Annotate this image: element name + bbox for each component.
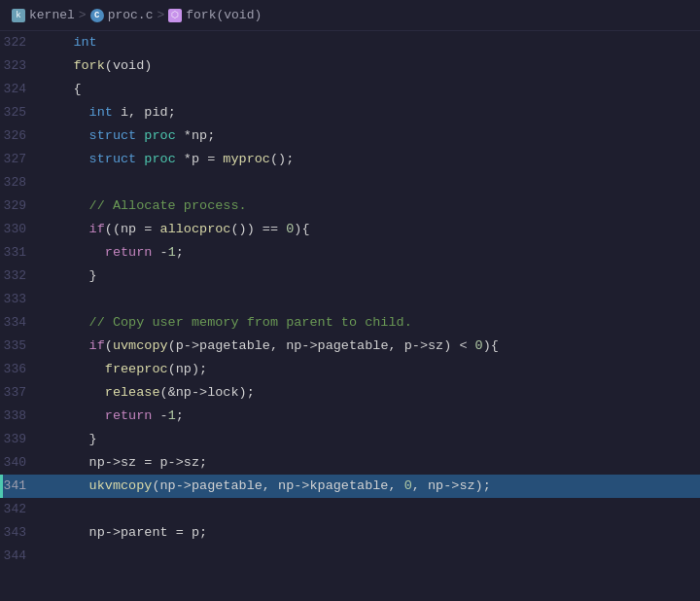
token xyxy=(42,198,89,213)
line-number: 338 xyxy=(3,405,42,428)
code-line-324: 324 { xyxy=(0,78,700,101)
token: - xyxy=(152,245,167,260)
token: - xyxy=(152,408,167,423)
token: } xyxy=(42,432,97,446)
token: (); xyxy=(270,152,294,166)
token xyxy=(42,478,89,493)
line-code: return -1; xyxy=(42,405,700,428)
line-code: np->parent = p; xyxy=(42,521,700,545)
token: myproc xyxy=(223,152,270,166)
line-code xyxy=(42,498,700,521)
code-line-340: 340 np->sz = p->sz; xyxy=(0,451,700,475)
c-language-icon: C xyxy=(90,9,104,22)
code-line-322: 322 int xyxy=(0,31,700,54)
breadcrumb-func[interactable]: ⬡ fork(void) xyxy=(168,8,262,22)
token: *np; xyxy=(176,128,216,143)
line-code: if(uvmcopy(p->pagetable, np->pagetable, … xyxy=(42,335,700,358)
token: ; xyxy=(176,408,184,423)
code-line-335: 335 if(uvmcopy(p->pagetable, np->pagetab… xyxy=(0,335,700,358)
token: int xyxy=(89,105,113,120)
token: ((np = xyxy=(105,222,160,236)
code-line-328: 328 xyxy=(0,171,700,194)
token xyxy=(42,455,89,470)
token: ukvmcopy xyxy=(89,478,153,493)
token: ( xyxy=(105,338,113,353)
token: allocproc xyxy=(160,222,231,236)
function-icon: ⬡ xyxy=(168,9,182,22)
line-code: struct proc *np; xyxy=(42,124,700,148)
token: // Copy user memory from parent to child… xyxy=(89,315,412,330)
code-line-334: 334 // Copy user memory from parent to c… xyxy=(0,311,700,335)
token: // Allocate process. xyxy=(89,198,247,213)
line-code xyxy=(42,171,700,194)
token: return xyxy=(105,408,153,423)
line-number: 335 xyxy=(3,335,42,358)
line-number: 337 xyxy=(3,381,42,405)
line-code: // Allocate process. xyxy=(42,194,700,218)
token: 1 xyxy=(168,245,176,260)
token: ){ xyxy=(483,338,499,353)
token: struct xyxy=(89,152,137,166)
token: if xyxy=(89,338,105,353)
breadcrumb-kernel[interactable]: k kernel xyxy=(12,8,75,22)
code-line-336: 336 freeproc(np); xyxy=(0,358,700,381)
token: proc xyxy=(144,152,175,166)
token: release xyxy=(105,385,160,400)
token: ; xyxy=(176,245,184,260)
token xyxy=(42,105,89,120)
line-code: { xyxy=(42,78,700,101)
token xyxy=(42,525,89,540)
breadcrumb: k kernel > C proc.c > ⬡ fork(void) xyxy=(0,0,700,31)
line-number: 325 xyxy=(3,101,42,124)
line-number: 330 xyxy=(3,218,42,241)
token: (&np->lock); xyxy=(160,385,255,400)
breadcrumb-sep-1: > xyxy=(79,8,87,22)
token: np->parent = p; xyxy=(89,525,208,540)
line-code: } xyxy=(42,265,700,288)
token: 0 xyxy=(404,478,412,493)
code-line-326: 326 struct proc *np; xyxy=(0,124,700,148)
token xyxy=(42,245,105,260)
breadcrumb-sep-2: > xyxy=(157,8,164,22)
line-number: 332 xyxy=(3,265,42,288)
token: 0 xyxy=(475,338,483,353)
token: 1 xyxy=(168,408,176,423)
line-number: 322 xyxy=(3,31,42,54)
token: struct xyxy=(89,128,137,143)
token: ){ xyxy=(294,222,309,236)
line-code: } xyxy=(42,428,700,451)
token xyxy=(42,385,105,400)
code-line-341: 341 ukvmcopy(np->pagetable, np->kpagetab… xyxy=(0,475,700,498)
line-number: 327 xyxy=(3,148,42,171)
line-number: 334 xyxy=(3,311,42,335)
line-number: 328 xyxy=(3,171,42,194)
code-line-330: 330 if((np = allocproc()) == 0){ xyxy=(0,218,700,241)
token xyxy=(42,338,89,353)
code-line-333: 333 xyxy=(0,288,700,311)
token: (p->pagetable, np->pagetable, p->sz) < xyxy=(168,338,475,353)
code-line-329: 329 // Allocate process. xyxy=(0,194,700,218)
token: (np); xyxy=(168,362,208,376)
token xyxy=(42,408,105,423)
code-line-342: 342 xyxy=(0,498,700,521)
code-line-343: 343 np->parent = p; xyxy=(0,521,700,545)
code-line-323: 323 fork(void) xyxy=(0,54,700,78)
token xyxy=(42,315,89,330)
token: freeproc xyxy=(105,362,168,376)
code-line-327: 327 struct proc *p = myproc(); xyxy=(0,148,700,171)
breadcrumb-kernel-label: kernel xyxy=(29,8,75,22)
kernel-folder-icon: k xyxy=(12,9,25,22)
token xyxy=(42,58,73,73)
line-code: int i, pid; xyxy=(42,101,700,124)
code-line-332: 332 } xyxy=(0,265,700,288)
line-number: 342 xyxy=(3,498,42,521)
token: fork xyxy=(73,58,104,73)
code-line-331: 331 return -1; xyxy=(0,241,700,265)
line-number: 341 xyxy=(3,475,42,498)
line-code: release(&np->lock); xyxy=(42,381,700,405)
breadcrumb-lang[interactable]: C proc.c xyxy=(90,8,154,22)
line-code xyxy=(42,288,700,311)
line-code: // Copy user memory from parent to child… xyxy=(42,311,700,335)
token: ()) == xyxy=(230,222,286,236)
line-code: int xyxy=(42,31,700,54)
